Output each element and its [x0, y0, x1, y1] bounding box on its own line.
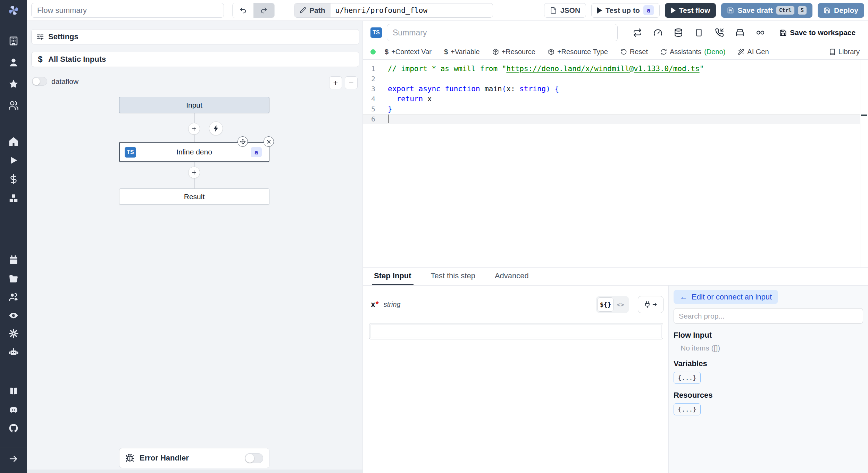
suspend-phone-incoming-icon[interactable] — [715, 28, 724, 37]
delete-step-button[interactable] — [264, 136, 274, 147]
connect-input-button[interactable] — [638, 296, 663, 313]
flow-panel: Settings $ All Static Inputs dataflow + … — [27, 21, 363, 473]
cursor-position-mark — [861, 115, 867, 116]
all-static-inputs-button[interactable]: $ All Static Inputs — [31, 52, 359, 67]
sleep-bed-icon[interactable] — [735, 28, 744, 37]
typescript-badge: TS — [370, 27, 382, 38]
error-handler-toggle[interactable] — [245, 453, 263, 463]
step-node-inline-deno[interactable]: TS Inline deno a — [119, 142, 269, 162]
input-mode-toggle: ${} <> — [596, 296, 629, 313]
step-setting-icons — [633, 28, 765, 37]
plus-icon — [191, 126, 197, 132]
play-icon — [597, 7, 602, 14]
add-resource-button[interactable]: +Resource — [492, 48, 535, 56]
path-label[interactable]: Path — [294, 3, 331, 17]
kbd-ctrl: Ctrl — [776, 6, 794, 15]
add-step-button[interactable] — [188, 123, 200, 135]
sidebar-item-docs[interactable] — [0, 383, 27, 399]
cache-database-icon[interactable] — [674, 28, 683, 37]
assistants-button[interactable]: Assistants(Deno) — [660, 48, 725, 56]
horizontal-scrollbar[interactable] — [27, 470, 362, 473]
early-stop-gauge-icon[interactable] — [653, 28, 662, 37]
variables-object-chip[interactable]: {...} — [674, 372, 701, 384]
library-button[interactable]: Library — [829, 48, 860, 56]
result-node[interactable]: Result — [119, 188, 269, 205]
add-variable-button[interactable]: $+Variable — [444, 48, 480, 56]
add-resource-type-button[interactable]: +Resource Type — [548, 48, 608, 56]
code-line[interactable]: 3export async function main(x: string) { — [363, 84, 868, 94]
move-step-button[interactable] — [237, 136, 248, 147]
step-config-panel: Step InputTest this stepAdvanced x * str… — [363, 267, 868, 473]
resources-object-chip[interactable]: {...} — [674, 403, 701, 415]
settings-button[interactable]: Settings — [31, 29, 359, 44]
flow-summary-input[interactable] — [31, 3, 224, 18]
code-line[interactable]: 2 — [363, 74, 868, 84]
code-editor[interactable]: 1// import * as wmill from "https://deno… — [363, 60, 868, 267]
ai-gen-button[interactable]: AI Gen — [738, 48, 769, 56]
undo-button[interactable] — [233, 3, 253, 18]
sidebar-item-resources[interactable] — [0, 191, 27, 206]
code-line[interactable]: 5} — [363, 104, 868, 114]
canvas-zoom-controls: + − — [329, 76, 358, 89]
edit-or-connect-button[interactable]: ← Edit or connect an input — [674, 290, 778, 304]
reset-button[interactable]: Reset — [620, 48, 648, 56]
redo-button[interactable] — [253, 3, 274, 18]
json-button[interactable]: JSON — [544, 3, 586, 18]
deploy-button[interactable]: Deploy — [818, 3, 864, 18]
retry-repeat-icon[interactable] — [633, 28, 642, 37]
dataflow-toggle[interactable] — [32, 77, 47, 86]
test-flow-button[interactable]: Test flow — [665, 3, 716, 18]
input-node[interactable]: Input — [119, 97, 269, 113]
windmill-logo[interactable] — [0, 3, 27, 18]
flow-input-empty: No items ([]) — [681, 344, 863, 352]
tab-advanced[interactable]: Advanced — [493, 268, 531, 285]
arg-value-input[interactable] — [369, 323, 663, 339]
editor-overview-ruler[interactable] — [860, 60, 868, 267]
sidebar-item-runs[interactable] — [0, 153, 27, 168]
sidebar-item-user[interactable] — [0, 55, 27, 70]
file-icon — [550, 7, 557, 14]
sidebar-item-github[interactable] — [0, 421, 27, 436]
sidebar-item-workspace[interactable] — [0, 33, 27, 49]
sidebar-item-settings[interactable] — [0, 326, 27, 341]
step-summary-input[interactable] — [387, 24, 618, 41]
edge — [194, 178, 194, 188]
code-mode-button[interactable]: <> — [614, 297, 627, 312]
code-line[interactable]: 6 — [363, 114, 868, 124]
sidebar-item-variables[interactable] — [0, 171, 27, 187]
add-step-button[interactable] — [188, 167, 200, 178]
divider — [0, 123, 27, 123]
search-prop-input[interactable] — [674, 308, 863, 324]
edge — [194, 162, 194, 167]
mock-square-icon[interactable] — [694, 28, 703, 37]
zoom-out-button[interactable]: − — [345, 76, 358, 89]
error-handler[interactable]: Error Handler — [119, 448, 269, 468]
dollar-icon: $ — [385, 48, 389, 56]
sidebar-item-favorites[interactable] — [0, 76, 27, 92]
save-to-workspace-button[interactable]: Save to workspace — [779, 28, 856, 37]
code-line[interactable]: 4 return x — [363, 94, 868, 104]
template-mode-button[interactable]: ${} — [598, 297, 614, 312]
test-up-to-button[interactable]: Test up to a — [591, 3, 660, 18]
required-mark: * — [376, 300, 379, 309]
sidebar-item-workers[interactable] — [0, 345, 27, 360]
save-draft-button[interactable]: Save draft Ctrl S — [721, 3, 812, 18]
concurrency-voicemail-icon[interactable] — [756, 28, 765, 37]
tab-test-this-step[interactable]: Test this step — [429, 268, 477, 285]
package-icon — [548, 49, 554, 55]
sidebar-expand-button[interactable] — [0, 451, 27, 466]
zoom-in-button[interactable]: + — [329, 76, 342, 89]
tab-step-input[interactable]: Step Input — [372, 268, 414, 285]
sidebar-item-discord[interactable] — [0, 402, 27, 417]
sidebar-item-groups[interactable] — [0, 98, 27, 113]
sidebar-item-folders[interactable] — [0, 271, 27, 286]
sidebar-item-audit-logs[interactable] — [0, 308, 27, 323]
sidebar-item-schedules[interactable] — [0, 252, 27, 268]
sidebar-item-groups-admin[interactable] — [0, 289, 27, 305]
path-input[interactable] — [331, 3, 493, 17]
trigger-button[interactable] — [209, 121, 223, 135]
code-line[interactable]: 1// import * as wmill from "https://deno… — [363, 64, 868, 74]
add-context-var-button[interactable]: $+Context Var — [385, 48, 432, 56]
sidebar-item-home[interactable] — [0, 134, 27, 149]
step-id-badge: a — [251, 147, 262, 157]
